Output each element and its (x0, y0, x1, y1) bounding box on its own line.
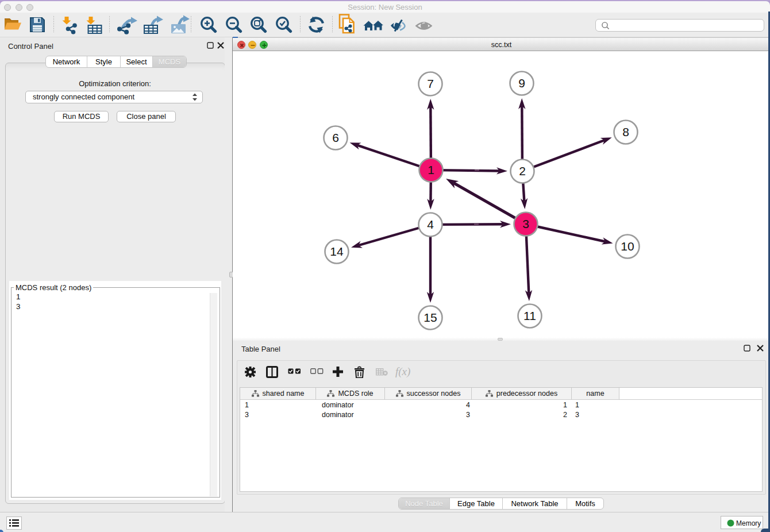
svg-text:10: 10 (621, 240, 634, 253)
svg-text:15: 15 (424, 311, 437, 324)
svg-text:11: 11 (523, 309, 536, 322)
svg-text:7: 7 (427, 77, 434, 90)
svg-text:4: 4 (427, 218, 434, 231)
svg-text:6: 6 (332, 131, 339, 144)
svg-text:1: 1 (428, 163, 434, 176)
svg-text:2: 2 (519, 164, 526, 178)
svg-text:9: 9 (518, 76, 525, 90)
svg-text:8: 8 (622, 125, 629, 138)
svg-text:14: 14 (330, 245, 344, 258)
svg-text:3: 3 (522, 217, 529, 230)
